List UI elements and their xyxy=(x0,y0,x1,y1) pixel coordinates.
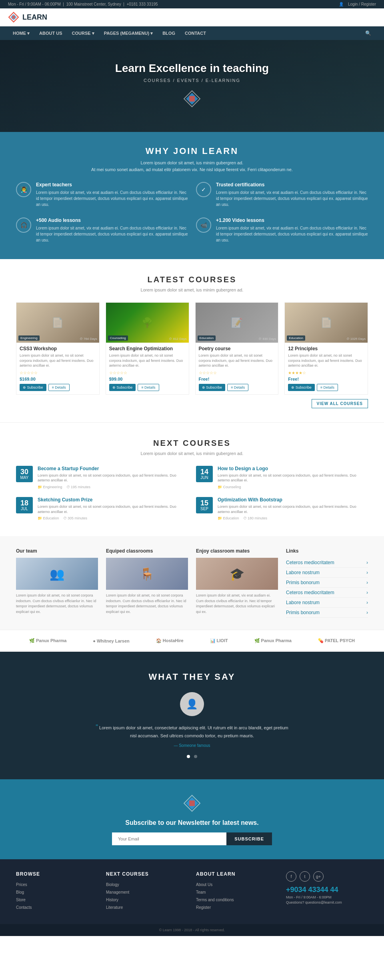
course-desc-2: Lorem ipsum dolor sit amet, no sit sonet… xyxy=(109,353,186,368)
copyright: © Learn 1998 - 2018 - All rights reserve… xyxy=(159,928,225,932)
footer-browse-3[interactable]: Store xyxy=(16,897,98,902)
course-card-4: 📄 Education ⏱ 1025 Days 12 Principles Lo… xyxy=(284,302,368,395)
partner-6: 💊 PATEL PSYCH xyxy=(318,638,355,643)
newsletter-section: Subscribe to our Newsletter for latest n… xyxy=(0,779,384,859)
nav-contact[interactable]: CONTACT xyxy=(180,27,211,40)
nav-blog[interactable]: BLOG xyxy=(158,27,180,40)
newsletter-email-input[interactable] xyxy=(112,832,226,845)
next-min-4: ⏱ 180 minutes xyxy=(243,516,268,520)
next-course-title-4[interactable]: Optimization With Bootstrap xyxy=(218,497,368,503)
footer-next-4[interactable]: Literature xyxy=(106,904,188,910)
course-title-1: CSS3 Workshop xyxy=(20,346,96,351)
main-nav: HOME ▾ ABOUT US COURSE ▾ PAGES (MEGAMENU… xyxy=(0,26,384,40)
facebook-icon[interactable]: f xyxy=(286,871,296,882)
partner-3: 🏠 HostaHire xyxy=(156,638,184,643)
course-category-2: Counseling xyxy=(108,335,128,341)
course-desc-1: Lorem ipsum dolor sit amet, no sit sonet… xyxy=(20,353,96,368)
course-category-4: Education xyxy=(287,335,305,341)
links-block: Links Ceteros mediocritatem› Labore nost… xyxy=(286,548,368,618)
address: 100 Mainstreet Center, Sydney xyxy=(66,2,121,6)
latest-title: LATEST COURSES xyxy=(16,275,368,284)
twitter-icon[interactable]: t xyxy=(300,871,310,882)
link-item-3[interactable]: Primis bonorum› xyxy=(286,578,368,588)
logo[interactable]: LEARN xyxy=(8,12,47,23)
footer-next-3[interactable]: History xyxy=(106,897,188,902)
subscribe-btn-1[interactable]: ⊕ Subscribe xyxy=(20,384,46,391)
video-icon: 📹 xyxy=(196,218,211,233)
next-cat-4: 📁 Education xyxy=(218,516,239,520)
footer-browse-4[interactable]: Contacts xyxy=(16,904,98,910)
link-item-1[interactable]: Ceteros mediocritatem› xyxy=(286,558,368,568)
cert-title: Trusted certifications xyxy=(216,182,368,188)
footer-hours: Mon - Fri / 9:00AM - 6:00PM xyxy=(286,895,368,899)
login-link[interactable]: Login / Register xyxy=(348,2,376,6)
nav-course[interactable]: COURSE ▾ xyxy=(67,27,99,40)
course-img-3: 📝 Education ⏱ 830 Days xyxy=(196,303,278,343)
footer-social: f t g+ xyxy=(286,871,368,882)
nav-home[interactable]: HOME ▾ xyxy=(8,27,34,40)
link-item-2[interactable]: Labore nostrum› xyxy=(286,568,368,578)
footer-about-4[interactable]: Register xyxy=(196,904,278,910)
subscribe-btn-2[interactable]: ⊕ Subscribe xyxy=(109,384,136,391)
google-icon[interactable]: g+ xyxy=(313,871,324,882)
partner-5: 🌿 Panux Pharma xyxy=(254,638,292,643)
hero-logo-icon xyxy=(182,89,202,109)
why-item-video-content: +1.200 Video lessons Lorem ipsum dolor s… xyxy=(216,218,368,245)
footer-browse-2[interactable]: Blog xyxy=(16,889,98,895)
link-item-6[interactable]: Primis bonorum› xyxy=(286,608,368,618)
footer-next-1[interactable]: Biology xyxy=(106,882,188,887)
newsletter-subscribe-btn[interactable]: SUBSCRIBE xyxy=(226,832,272,845)
top-bar-login[interactable]: 👤 Login / Register xyxy=(339,2,376,6)
course-img-2: 🌳 Counseling ⏱ 812 Days xyxy=(106,303,189,343)
next-title: NEXT COURSES xyxy=(16,439,368,448)
next-course-title-2[interactable]: How to Design a Logo xyxy=(218,466,368,471)
next-course-title-1[interactable]: Become a Startup Founder xyxy=(38,466,188,471)
next-day-1: 30 xyxy=(18,468,31,475)
subscribe-btn-4[interactable]: ⊕ Subscribe xyxy=(288,384,315,391)
details-btn-3[interactable]: ≡ Details xyxy=(227,384,248,391)
next-min-1: ⏱ 195 minutes xyxy=(66,485,91,489)
footer-about-1[interactable]: About Us xyxy=(196,882,278,887)
nav-pages[interactable]: PAGES (MEGAMENU) ▾ xyxy=(99,27,158,40)
footer-next-2[interactable]: Management xyxy=(106,889,188,895)
course-price-1: $169.00 xyxy=(20,377,96,381)
next-day-4: 15 xyxy=(198,499,211,507)
link-item-5[interactable]: Labore nostrum› xyxy=(286,598,368,608)
testimonial-dots xyxy=(92,754,292,759)
details-btn-1[interactable]: ≡ Details xyxy=(48,384,70,391)
next-meta-4: 📁 Education ⏱ 180 minutes xyxy=(218,516,368,520)
course-img-4: 📄 Education ⏱ 1025 Days xyxy=(285,303,368,343)
link-item-4[interactable]: Ceteros mediocritatem› xyxy=(286,588,368,598)
details-btn-4[interactable]: ≡ Details xyxy=(317,384,338,391)
next-day-3: 18 xyxy=(18,499,31,507)
dot-2[interactable] xyxy=(194,755,197,758)
view-all-link[interactable]: VIEW ALL COURSES xyxy=(312,399,368,408)
next-meta-1: 📁 Engineering ⏱ 195 minutes xyxy=(38,485,188,489)
next-meta-3: 📁 Education ⏱ 305 minutes xyxy=(38,516,188,520)
details-btn-2[interactable]: ≡ Details xyxy=(138,384,159,391)
footer-contact: f t g+ +9034 43344 44 Mon - Fri / 9:00AM… xyxy=(286,871,368,912)
nav-about[interactable]: ABOUT US xyxy=(34,27,67,40)
footer: BROWSE Prices Blog Store Contacts NEXT C… xyxy=(0,859,384,924)
footer-about-2[interactable]: Team xyxy=(196,889,278,895)
dot-1[interactable] xyxy=(187,755,190,758)
next-course-title-3[interactable]: Sketching Custom Prize xyxy=(38,497,188,503)
next-content-1: Become a Startup Founder Lorem ipsum dol… xyxy=(38,466,188,489)
subscribe-btn-3[interactable]: ⊕ Subscribe xyxy=(199,384,226,391)
next-month-3: Jul xyxy=(18,507,31,511)
why-grid: 👨‍🏫 Expert teachers Lorem ipsum dolor si… xyxy=(16,182,368,245)
hero-title: Learn Excellence in teaching xyxy=(115,62,269,75)
next-day-2: 14 xyxy=(198,468,211,475)
testimonial-author: — Someone famous xyxy=(92,743,292,748)
search-icon[interactable]: 🔍 xyxy=(360,26,376,40)
why-description: At mei sumo sonet audiam, ad mutat elitr… xyxy=(16,167,368,172)
next-sub: Lorem ipsum dolor sit amet, ius minim gu… xyxy=(16,451,368,456)
why-item-teachers: 👨‍🏫 Expert teachers Lorem ipsum dolor si… xyxy=(16,182,188,210)
course-price-2: $99.00 xyxy=(109,377,186,381)
footer-browse-1[interactable]: Prices xyxy=(16,882,98,887)
next-cat-2: 📁 Counseling xyxy=(218,485,241,489)
teachers-desc: Lorem ipsum dolor sit amet, vix erat aud… xyxy=(36,190,188,208)
next-cat-3: 📁 Education xyxy=(38,516,59,520)
footer-about-3[interactable]: Terms and conditions xyxy=(196,897,278,902)
hero-content: Learn Excellence in teaching COURSES / E… xyxy=(115,62,269,110)
